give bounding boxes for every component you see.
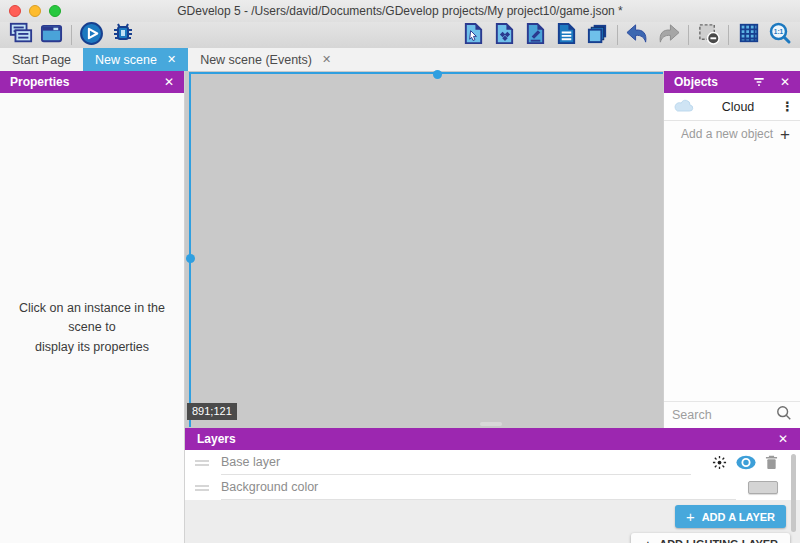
project-manager-button[interactable] [5, 22, 36, 48]
panel-title: Layers [197, 432, 236, 446]
toolbar-separator [71, 25, 72, 45]
plus-icon: + [686, 508, 695, 525]
drag-handle-icon[interactable] [195, 484, 209, 492]
bug-icon [111, 21, 135, 49]
grid-button[interactable] [733, 22, 764, 48]
toolbar: 1:1 [0, 22, 800, 48]
start-page-button[interactable] [36, 22, 67, 48]
gdevelop-window: GDevelop 5 - /Users/david/Documents/GDev… [0, 0, 800, 543]
objects-search-row [664, 401, 800, 428]
add-layer-label: ADD A LAYER [702, 511, 775, 523]
message-line: display its properties [6, 338, 178, 357]
close-window-button[interactable] [9, 5, 21, 17]
message-line: Click on an instance in the scene to [6, 299, 178, 338]
layers-scrollbar[interactable] [791, 454, 796, 532]
plus-icon[interactable]: + [780, 126, 790, 143]
instances-list-button[interactable] [551, 22, 582, 48]
scene-canvas[interactable]: 891;121 [185, 71, 663, 428]
tab-new-scene[interactable]: New scene ✕ [83, 48, 188, 71]
redo-button[interactable] [653, 22, 684, 48]
drag-handle-icon[interactable] [195, 459, 209, 467]
canvas-horizontal-scrollbar[interactable] [480, 422, 502, 426]
minimize-window-button[interactable] [29, 5, 41, 17]
tab-bar: Start Page New scene ✕ New scene (Events… [0, 48, 800, 71]
cursor-coordinates-badge: 891;121 [187, 403, 237, 420]
debug-button[interactable] [107, 22, 138, 48]
properties-empty-message: Click on an instance in the scene to dis… [0, 299, 184, 357]
project-manager-icon [9, 21, 33, 49]
properties-editor-button[interactable] [520, 22, 551, 48]
layer-row-background-color: Background color [185, 475, 800, 500]
layers-editor-button[interactable] [582, 22, 613, 48]
layer-effects-icon[interactable] [712, 455, 727, 470]
preview-button[interactable] [76, 22, 107, 48]
toolbar-separator [688, 25, 689, 45]
toolbar-right-group: 1:1 [458, 22, 795, 48]
file-list-icon [555, 22, 578, 49]
redo-icon [656, 22, 681, 49]
workspace: Properties ✕ Click on an instance in the… [0, 71, 800, 543]
close-icon[interactable]: ✕ [778, 432, 788, 446]
add-lighting-layer-label: ADD LIGHTING LAYER [659, 538, 778, 543]
window-title: GDevelop 5 - /Users/david/Documents/GDev… [0, 0, 800, 22]
panel-title: Objects [674, 75, 718, 89]
tab-label: Start Page [12, 53, 71, 67]
objects-editor-button[interactable] [458, 22, 489, 48]
add-object-row[interactable]: Add a new object + [664, 121, 800, 147]
file-cursor-icon [462, 22, 485, 49]
add-object-label: Add a new object [674, 127, 780, 141]
zoom-original-button[interactable]: 1:1 [764, 22, 795, 48]
scene-window-frame [189, 72, 663, 427]
window-icon [40, 22, 63, 49]
layers-panel-header: Layers ✕ [185, 428, 800, 450]
add-lighting-layer-button[interactable]: + ADD LIGHTING LAYER [631, 533, 790, 543]
layers-stack-icon [586, 22, 609, 49]
undo-icon [625, 22, 650, 49]
objects-panel-header: Objects ✕ [664, 71, 800, 93]
play-icon [79, 21, 104, 50]
layers-footer: + ADD A LAYER + ADD LIGHTING LAYER [185, 500, 800, 543]
layers-panel: Layers ✕ Base layer [185, 428, 800, 543]
objects-panel: Objects ✕ Cloud ⋮ Add a new object + [663, 71, 800, 428]
search-input[interactable] [672, 408, 770, 422]
layer-name: Base layer [221, 455, 280, 469]
grid-icon [738, 22, 760, 48]
layer-row-base: Base layer [185, 450, 800, 475]
layer-visibility-eye-icon[interactable] [736, 455, 756, 470]
resize-handle-left[interactable] [186, 254, 195, 263]
close-icon[interactable]: ✕ [167, 53, 176, 66]
window-controls [9, 5, 61, 17]
tab-new-scene-events[interactable]: New scene (Events) ✕ [188, 48, 343, 71]
resize-handle-top[interactable] [433, 70, 442, 79]
background-color-swatch[interactable] [748, 481, 778, 494]
filter-icon[interactable] [752, 76, 766, 88]
tab-label: New scene [95, 53, 157, 67]
file-pencil-icon [524, 22, 547, 49]
add-layer-button[interactable]: + ADD A LAYER [675, 505, 786, 528]
kebab-menu-icon[interactable]: ⋮ [781, 99, 791, 114]
delete-selection-icon [697, 22, 720, 49]
objects-list-empty-area [664, 147, 800, 401]
search-icon[interactable] [776, 405, 792, 425]
panel-title: Properties [10, 75, 69, 89]
undo-button[interactable] [622, 22, 653, 48]
toolbar-separator [617, 25, 618, 45]
zoom-ratio-label: 1:1 [773, 28, 783, 35]
layer-name-field[interactable]: Base layer [221, 450, 691, 475]
delete-instances-button[interactable] [693, 22, 724, 48]
close-icon[interactable]: ✕ [322, 53, 331, 66]
zoom-1-1-icon: 1:1 [768, 21, 792, 49]
layer-delete-trash-icon[interactable] [765, 455, 778, 470]
properties-panel: Properties ✕ Click on an instance in the… [0, 71, 185, 543]
object-name: Cloud [695, 100, 781, 114]
close-icon[interactable]: ✕ [164, 75, 174, 89]
tab-start-page[interactable]: Start Page [0, 48, 83, 71]
layer-name-field[interactable]: Background color [221, 475, 736, 500]
object-groups-button[interactable] [489, 22, 520, 48]
fullscreen-window-button[interactable] [49, 5, 61, 17]
close-icon[interactable]: ✕ [780, 75, 790, 89]
cloud-icon [673, 98, 695, 116]
properties-panel-header: Properties ✕ [0, 71, 184, 93]
object-row-cloud[interactable]: Cloud ⋮ [664, 93, 800, 121]
plus-icon: + [643, 536, 652, 543]
